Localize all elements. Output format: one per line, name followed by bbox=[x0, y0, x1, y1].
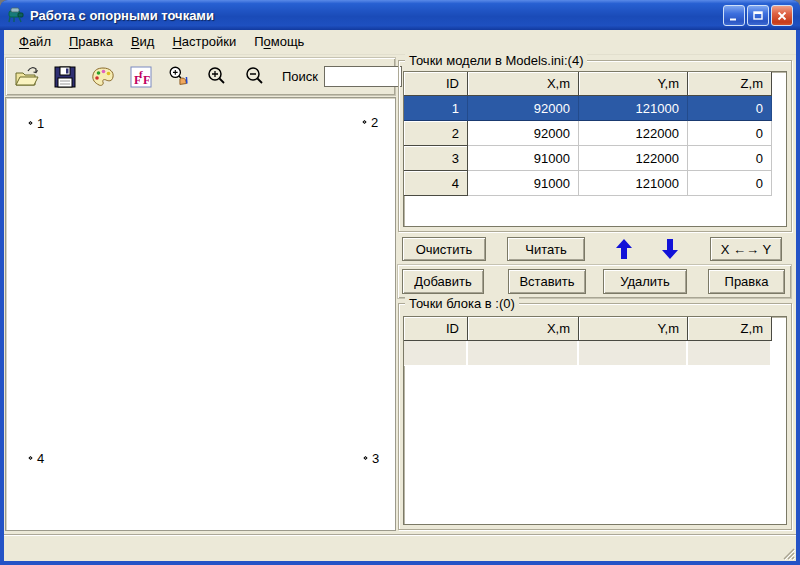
value-cell: 92000 bbox=[468, 96, 579, 121]
close-icon bbox=[776, 10, 788, 22]
value-cell: 0 bbox=[688, 146, 772, 171]
column-header: Y,m bbox=[579, 72, 688, 96]
svg-text:F: F bbox=[134, 73, 141, 87]
menu-item-help[interactable]: Помощь bbox=[245, 31, 313, 53]
value-cell: 91000 bbox=[468, 171, 579, 196]
point-marker-icon bbox=[362, 120, 366, 124]
menu-item-file[interactable]: Файл bbox=[10, 31, 60, 53]
menu-item-view[interactable]: Вид bbox=[122, 31, 164, 53]
menu-item-settings[interactable]: Настройки bbox=[163, 31, 245, 53]
arrow-down-icon bbox=[661, 238, 679, 260]
empty-row bbox=[404, 341, 786, 366]
table-row[interactable]: 1920001210000 bbox=[404, 96, 786, 121]
value-cell: 92000 bbox=[468, 121, 579, 146]
model-points-group: Точки модели в Models.ini:(4) IDX,mY,mZ,… bbox=[398, 60, 792, 232]
value-cell: 122000 bbox=[579, 121, 688, 146]
column-header: Z,m bbox=[688, 72, 772, 96]
clear-button[interactable]: Очистить bbox=[402, 237, 486, 261]
row-id-cell: 2 bbox=[404, 121, 468, 146]
read-button[interactable]: Читать bbox=[507, 237, 585, 261]
row-id-cell: 4 bbox=[404, 171, 468, 196]
menu-item-edit[interactable]: Правка bbox=[60, 31, 122, 53]
search-label: Поиск bbox=[282, 69, 318, 84]
table-header-row: IDX,mY,mZ,m bbox=[404, 72, 786, 96]
value-cell: 121000 bbox=[579, 96, 688, 121]
svg-text:F: F bbox=[143, 73, 150, 87]
save-icon bbox=[52, 64, 78, 90]
row-id-cell: 3 bbox=[404, 146, 468, 171]
titlebar[interactable]: Работа с опорными точками bbox=[0, 0, 800, 30]
zoom-select-button[interactable] bbox=[166, 64, 192, 90]
zoom-out-icon bbox=[242, 64, 268, 90]
zoom-in-icon bbox=[204, 64, 230, 90]
move-down-button[interactable] bbox=[657, 237, 683, 261]
empty-cell bbox=[688, 341, 772, 366]
zoom-in-button[interactable] bbox=[204, 64, 230, 90]
block-points-group: Точки блока в :(0) IDX,mY,mZ,m bbox=[398, 303, 792, 530]
empty-cell bbox=[579, 341, 688, 366]
value-cell: 122000 bbox=[579, 146, 688, 171]
block-points-table[interactable]: IDX,mY,mZ,m bbox=[403, 316, 787, 525]
fonts-button[interactable]: f F F bbox=[128, 64, 154, 90]
block-points-group-title: Точки блока в :(0) bbox=[405, 296, 519, 311]
client-area: ФайлПравкаВидНастройкиПомощь bbox=[4, 30, 796, 561]
swap-xy-button[interactable]: X ←→ Y bbox=[710, 237, 782, 261]
open-file-button[interactable] bbox=[14, 64, 40, 90]
search-input[interactable] bbox=[324, 66, 402, 87]
status-bar bbox=[4, 535, 796, 561]
zoom-out-button[interactable] bbox=[242, 64, 268, 90]
column-header: Y,m bbox=[579, 317, 688, 341]
fonts-icon: f F F bbox=[128, 64, 154, 90]
canvas-point-2[interactable]: 2 bbox=[363, 115, 378, 130]
point-marker-icon bbox=[28, 121, 32, 125]
value-cell: 121000 bbox=[579, 171, 688, 196]
value-cell: 0 bbox=[688, 171, 772, 196]
table-row[interactable]: 2920001220000 bbox=[404, 121, 786, 146]
point-label: 3 bbox=[372, 451, 379, 466]
minimize-icon bbox=[728, 10, 740, 22]
model-points-group-title: Точки модели в Models.ini:(4) bbox=[405, 53, 587, 68]
app-icon bbox=[7, 6, 25, 24]
palette-button[interactable] bbox=[90, 64, 116, 90]
arrow-up-icon bbox=[615, 238, 633, 260]
minimize-button[interactable] bbox=[723, 5, 745, 26]
edit-button[interactable]: Правка bbox=[708, 269, 785, 294]
empty-cell bbox=[404, 341, 468, 366]
move-up-button[interactable] bbox=[611, 237, 637, 261]
zoom-select-icon bbox=[166, 64, 192, 90]
palette-icon bbox=[90, 64, 116, 90]
canvas-point-3[interactable]: 3 bbox=[364, 451, 379, 466]
save-button[interactable] bbox=[52, 64, 78, 90]
table-header-row: IDX,mY,mZ,m bbox=[404, 317, 786, 341]
menu-bar: ФайлПравкаВидНастройкиПомощь bbox=[4, 30, 796, 55]
column-header: Z,m bbox=[688, 317, 772, 341]
maximize-button[interactable] bbox=[747, 5, 769, 26]
value-cell: 0 bbox=[688, 121, 772, 146]
column-header: ID bbox=[404, 317, 468, 341]
model-points-table[interactable]: IDX,mY,mZ,m19200012100002920001220000391… bbox=[403, 71, 787, 227]
canvas-point-1[interactable]: 1 bbox=[29, 116, 44, 131]
toolbar: f F F bbox=[5, 57, 396, 96]
maximize-icon bbox=[752, 10, 764, 22]
value-cell: 0 bbox=[688, 96, 772, 121]
insert-button[interactable]: Вставить bbox=[508, 269, 586, 294]
point-marker-icon bbox=[363, 456, 367, 460]
point-label: 1 bbox=[37, 116, 44, 131]
map-canvas[interactable]: 1234 bbox=[5, 97, 396, 531]
canvas-point-4[interactable]: 4 bbox=[29, 451, 44, 466]
window-title: Работа с опорными точками bbox=[30, 8, 214, 23]
point-label: 4 bbox=[37, 451, 44, 466]
close-button[interactable] bbox=[771, 5, 793, 26]
resize-grip-icon[interactable] bbox=[779, 544, 795, 560]
column-header: ID bbox=[404, 72, 468, 96]
table-row[interactable]: 3910001220000 bbox=[404, 146, 786, 171]
value-cell: 91000 bbox=[468, 146, 579, 171]
table-row[interactable]: 4910001210000 bbox=[404, 171, 786, 196]
empty-cell bbox=[468, 341, 579, 366]
point-label: 2 bbox=[371, 115, 378, 130]
row-id-cell: 1 bbox=[404, 96, 468, 121]
column-header: X,m bbox=[468, 317, 579, 341]
add-button[interactable]: Добавить bbox=[402, 269, 484, 294]
delete-button[interactable]: Удалить bbox=[603, 269, 687, 294]
open-file-icon bbox=[14, 64, 40, 90]
